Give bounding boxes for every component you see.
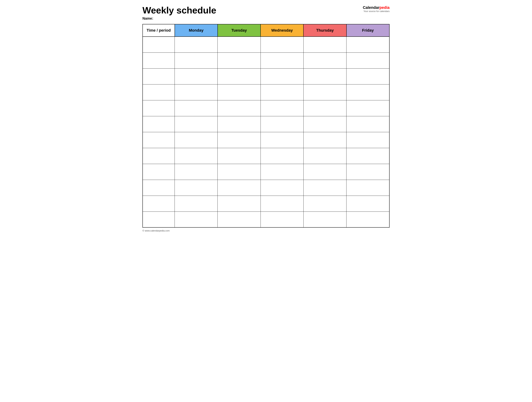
schedule-cell[interactable] <box>260 164 304 180</box>
schedule-cell[interactable] <box>260 196 304 212</box>
table-row <box>143 148 389 164</box>
schedule-table: Time / period Monday Tuesday Wednesday T… <box>142 24 390 227</box>
logo-tagline: Your source for calendars <box>363 10 390 13</box>
time-cell[interactable] <box>143 116 175 132</box>
logo-section: Calendarpedia Your source for calendars <box>363 5 390 13</box>
schedule-cell[interactable] <box>304 148 346 164</box>
schedule-cell[interactable] <box>347 132 389 148</box>
schedule-cell[interactable] <box>304 52 346 68</box>
logo-pedia-text: pedia <box>380 5 390 10</box>
table-row <box>143 196 389 212</box>
schedule-cell[interactable] <box>347 84 389 100</box>
schedule-cell[interactable] <box>260 37 304 52</box>
table-row <box>143 212 389 227</box>
schedule-cell[interactable] <box>175 37 218 52</box>
schedule-cell[interactable] <box>304 180 346 196</box>
schedule-cell[interactable] <box>347 68 389 84</box>
schedule-cell[interactable] <box>218 68 260 84</box>
col-header-monday: Monday <box>175 24 218 37</box>
time-cell[interactable] <box>143 148 175 164</box>
table-row <box>143 116 389 132</box>
table-row <box>143 100 389 116</box>
time-cell[interactable] <box>143 212 175 227</box>
schedule-cell[interactable] <box>347 196 389 212</box>
schedule-cell[interactable] <box>260 68 304 84</box>
schedule-cell[interactable] <box>347 164 389 180</box>
schedule-cell[interactable] <box>260 52 304 68</box>
schedule-cell[interactable] <box>304 37 346 52</box>
schedule-cell[interactable] <box>218 212 260 227</box>
table-row <box>143 68 389 84</box>
schedule-cell[interactable] <box>347 148 389 164</box>
schedule-cell[interactable] <box>347 52 389 68</box>
footer-text: © www.calendarpedia.com <box>142 229 390 232</box>
schedule-cell[interactable] <box>347 180 389 196</box>
table-row <box>143 180 389 196</box>
schedule-cell[interactable] <box>175 180 218 196</box>
schedule-cell[interactable] <box>218 180 260 196</box>
schedule-cell[interactable] <box>175 68 218 84</box>
schedule-cell[interactable] <box>175 116 218 132</box>
name-label: Name: <box>142 16 216 20</box>
schedule-cell[interactable] <box>347 37 389 52</box>
schedule-cell[interactable] <box>218 116 260 132</box>
schedule-cell[interactable] <box>304 100 346 116</box>
schedule-cell[interactable] <box>260 148 304 164</box>
time-cell[interactable] <box>143 196 175 212</box>
schedule-cell[interactable] <box>304 212 346 227</box>
schedule-cell[interactable] <box>218 52 260 68</box>
table-row <box>143 132 389 148</box>
schedule-cell[interactable] <box>175 84 218 100</box>
schedule-cell[interactable] <box>218 132 260 148</box>
time-cell[interactable] <box>143 84 175 100</box>
schedule-cell[interactable] <box>260 132 304 148</box>
schedule-cell[interactable] <box>218 37 260 52</box>
schedule-cell[interactable] <box>218 164 260 180</box>
schedule-cell[interactable] <box>347 116 389 132</box>
header-row: Weekly schedule Name: Calendarpedia Your… <box>142 5 390 20</box>
col-header-friday: Friday <box>347 24 389 37</box>
schedule-cell[interactable] <box>304 68 346 84</box>
page-title: Weekly schedule <box>142 5 216 15</box>
schedule-cell[interactable] <box>260 100 304 116</box>
logo-calendar-text: Calendar <box>363 5 379 10</box>
schedule-cell[interactable] <box>218 196 260 212</box>
time-cell[interactable] <box>143 180 175 196</box>
schedule-cell[interactable] <box>175 196 218 212</box>
schedule-cell[interactable] <box>175 148 218 164</box>
col-header-tuesday: Tuesday <box>218 24 260 37</box>
schedule-cell[interactable] <box>175 52 218 68</box>
title-section: Weekly schedule Name: <box>142 5 216 20</box>
schedule-cell[interactable] <box>347 100 389 116</box>
schedule-cell[interactable] <box>218 84 260 100</box>
schedule-cell[interactable] <box>175 164 218 180</box>
time-cell[interactable] <box>143 37 175 52</box>
schedule-cell[interactable] <box>347 212 389 227</box>
time-cell[interactable] <box>143 164 175 180</box>
schedule-cell[interactable] <box>260 180 304 196</box>
logo-text: Calendarpedia <box>363 5 390 10</box>
schedule-cell[interactable] <box>260 84 304 100</box>
header-row-table: Time / period Monday Tuesday Wednesday T… <box>143 24 389 37</box>
page-wrapper: Weekly schedule Name: Calendarpedia Your… <box>142 5 390 232</box>
schedule-cell[interactable] <box>304 84 346 100</box>
schedule-cell[interactable] <box>304 164 346 180</box>
time-cell[interactable] <box>143 52 175 68</box>
schedule-cell[interactable] <box>218 148 260 164</box>
schedule-cell[interactable] <box>304 116 346 132</box>
schedule-cell[interactable] <box>175 132 218 148</box>
time-cell[interactable] <box>143 100 175 116</box>
schedule-cell[interactable] <box>175 212 218 227</box>
schedule-cell[interactable] <box>218 100 260 116</box>
col-header-thursday: Thursday <box>304 24 346 37</box>
schedule-cell[interactable] <box>304 132 346 148</box>
time-cell[interactable] <box>143 132 175 148</box>
schedule-cell[interactable] <box>260 116 304 132</box>
schedule-cell[interactable] <box>175 100 218 116</box>
time-cell[interactable] <box>143 68 175 84</box>
table-row <box>143 52 389 68</box>
col-header-time: Time / period <box>143 24 175 37</box>
schedule-cell[interactable] <box>260 212 304 227</box>
schedule-cell[interactable] <box>304 196 346 212</box>
col-header-wednesday: Wednesday <box>260 24 304 37</box>
